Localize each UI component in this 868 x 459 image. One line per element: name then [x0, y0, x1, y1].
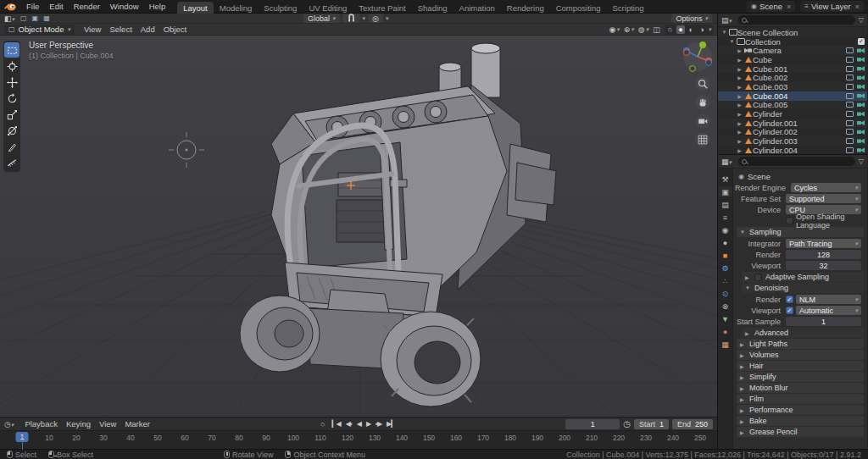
render-visibility-icon[interactable] — [857, 48, 865, 53]
render-number-field[interactable]: 128 — [786, 250, 861, 259]
viewport-menu-add[interactable]: Add — [136, 25, 159, 34]
outliner-row-camera[interactable]: ▶Camera — [718, 46, 867, 55]
outliner-row-cube-003[interactable]: ▶Cube.003 — [718, 82, 867, 91]
rendered-shading-icon[interactable]: ◑ — [698, 25, 705, 34]
tab-scripting[interactable]: Scripting — [607, 2, 650, 14]
checkbox[interactable]: ✓ — [786, 307, 793, 314]
tool-option-icon[interactable]: ▣ — [32, 14, 39, 22]
disclosure-icon[interactable]: ▶ — [736, 129, 743, 135]
disclosure-icon[interactable]: ▶ — [736, 84, 743, 90]
outliner-row-cube[interactable]: ▶Cube — [718, 55, 867, 64]
outliner-row-cube-002[interactable]: ▶Cube.002 — [718, 73, 867, 82]
outliner-search-input[interactable] — [738, 15, 855, 25]
timeline-menu-playback[interactable]: Playback — [20, 419, 62, 429]
disclosure-icon[interactable]: ▶ — [736, 111, 743, 117]
section-denoising[interactable]: ▼Denoising — [742, 283, 864, 293]
tab-sculpting[interactable]: Sculpting — [258, 2, 303, 14]
properties-filter-icon[interactable]: ▽ — [859, 158, 864, 165]
frame-end-field[interactable]: End 250 — [672, 419, 713, 429]
viewport-visibility-icon[interactable] — [846, 93, 854, 99]
material-shading-icon[interactable]: ◐ — [687, 25, 695, 34]
render-properties-tab[interactable]: ▣ — [719, 186, 732, 197]
section-simplify[interactable]: ▶Simplify — [737, 372, 864, 382]
viewport-visibility-icon[interactable] — [846, 102, 854, 108]
robot-model[interactable] — [240, 43, 556, 406]
view-layer-selector[interactable]: ≡ View Layer × — [800, 1, 864, 12]
render-visibility-icon[interactable] — [857, 139, 865, 144]
properties-search-input[interactable] — [738, 157, 855, 166]
outliner-row-cylinder-001[interactable]: ▶Cylinder.001 — [718, 119, 867, 128]
disclosure-icon[interactable]: ▶ — [736, 57, 743, 63]
navigation-gizmo[interactable] — [680, 39, 714, 75]
overlays-dropdown[interactable]: ◍▾ — [638, 25, 648, 34]
viewport-menu-object[interactable]: Object — [159, 25, 191, 34]
render-visibility-icon[interactable] — [857, 66, 865, 71]
unlink-view-layer-icon[interactable]: × — [855, 3, 860, 11]
disclosure-icon[interactable]: ▶ — [736, 93, 743, 99]
menu-render[interactable]: Render — [69, 1, 105, 12]
section-motion-blur[interactable]: ▶Motion Blur — [737, 383, 864, 393]
feature-set-dropdown[interactable]: Supported▾ — [786, 194, 861, 203]
section-light-paths[interactable]: ▶Light Paths — [737, 339, 864, 349]
shading-dropdown[interactable]: ▾ — [708, 26, 711, 33]
timeline-editor-icon[interactable]: ◷▾ — [4, 420, 14, 429]
menu-edit[interactable]: Edit — [44, 1, 68, 12]
outliner-row-scene-collection[interactable]: ▼Scene Collection — [718, 28, 867, 37]
blender-logo-icon[interactable] — [4, 3, 16, 11]
render-engine-dropdown[interactable]: Cycles▾ — [791, 183, 861, 192]
xray-toggle[interactable]: ◫ — [653, 25, 660, 34]
tab-texture-paint[interactable]: Texture Paint — [353, 2, 411, 14]
render-visibility-icon[interactable] — [857, 147, 865, 152]
annotate-tool[interactable] — [4, 139, 19, 154]
viewport-visibility-icon[interactable] — [846, 129, 854, 135]
checkbox[interactable] — [754, 274, 762, 281]
tab-layout[interactable]: Layout — [177, 2, 214, 14]
unlink-scene-icon[interactable]: × — [787, 3, 791, 11]
timeline-ruler[interactable]: 1 11020304050607080901001101201301401501… — [0, 430, 717, 449]
viewport-visibility-icon[interactable] — [846, 47, 854, 53]
render-visibility-icon[interactable] — [857, 57, 865, 62]
disclosure-icon[interactable]: ▶ — [736, 102, 743, 108]
outliner-row-cylinder-003[interactable]: ▶Cylinder.003 — [718, 136, 867, 146]
prev-keyframe-button[interactable]: ◀▪ — [344, 420, 353, 428]
timeline-menu-keying[interactable]: Keying — [62, 419, 95, 429]
section-volumes[interactable]: ▶Volumes — [737, 350, 864, 360]
outliner-row-cylinder-002[interactable]: ▶Cylinder.002 — [718, 128, 867, 137]
filter-icon[interactable]: ▽ — [859, 16, 864, 24]
scene-selector[interactable]: ◉ Scene × — [747, 1, 795, 12]
physics-properties-tab[interactable]: ⊙ — [719, 288, 732, 299]
tab-uv-editing[interactable]: UV Editing — [303, 2, 353, 14]
start-sample-number-field[interactable]: 1 — [786, 317, 861, 326]
menu-file[interactable]: File — [21, 1, 44, 12]
collection-checkbox[interactable]: ✓ — [858, 38, 865, 45]
disclosure-icon[interactable]: ▶ — [736, 120, 743, 126]
render-visibility-icon[interactable] — [857, 112, 865, 117]
menu-window[interactable]: Window — [105, 1, 144, 12]
zoom-icon[interactable] — [695, 76, 710, 91]
clock-icon[interactable]: ◷ — [623, 419, 631, 429]
wireframe-shading-icon[interactable]: ○ — [666, 25, 674, 34]
pivot-point-dropdown[interactable]: ◉▾ — [609, 25, 619, 34]
hand-icon[interactable] — [695, 95, 710, 110]
section-performance[interactable]: ▶Performance — [737, 405, 864, 415]
viewport-visibility-icon[interactable] — [846, 138, 854, 144]
snap-dropdown[interactable]: ▾ — [363, 15, 366, 22]
outliner-editor-icon[interactable]: ▤▾ — [721, 16, 732, 25]
timeline-menu-marker[interactable]: Marker — [120, 419, 154, 429]
tool-properties-tab[interactable]: ⚒ — [719, 174, 732, 185]
editor-type-icon[interactable]: ◧▾ — [4, 14, 14, 23]
particles-properties-tab[interactable]: ∴ — [719, 275, 732, 286]
gizmos-dropdown[interactable]: ⊕▾ — [624, 25, 634, 34]
viewport-visibility-icon[interactable] — [846, 75, 854, 80]
scene-properties-tab[interactable]: ◉ — [719, 224, 732, 235]
disclosure-icon[interactable]: ▼ — [721, 30, 728, 35]
mode-dropdown[interactable]: ▢ Object Mode▾ — [4, 25, 75, 35]
current-frame-field[interactable]: 1 — [565, 419, 620, 429]
frame-start-field[interactable]: Start 1 — [634, 419, 669, 429]
tab-modeling[interactable]: Modeling — [214, 2, 259, 14]
viewport-menu-select[interactable]: Select — [105, 25, 136, 34]
properties-editor-icon[interactable]: ▦▾ — [721, 158, 732, 166]
viewport-visibility-icon[interactable] — [846, 66, 854, 72]
grid-toggle-icon[interactable] — [695, 132, 710, 147]
outliner-row-cube-005[interactable]: ▶Cube.005 — [718, 101, 867, 110]
